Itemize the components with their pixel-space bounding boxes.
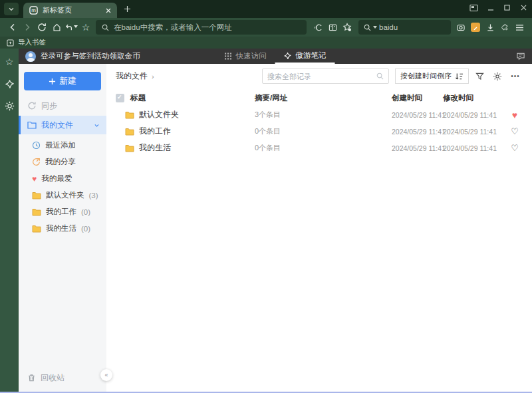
address-placeholder: 在baidu中搜索，或者输入一个网址 (114, 23, 232, 33)
sidebar-sub-list: 最近添加 我的分享 我的最爱 (19, 137, 106, 237)
row-title: 我的生活 (139, 142, 171, 154)
notes-main-panel: 我的文件 › 按创建时间倒序 (106, 64, 532, 392)
item-count: (0) (81, 225, 90, 233)
search-icon (102, 24, 109, 31)
browser-tab-new-tab-page[interactable]: m 新标签页 (23, 3, 117, 18)
breadcrumb-caret-icon: › (152, 72, 154, 80)
undo-menu-icon[interactable] (64, 19, 78, 35)
sidebar-item-my-life[interactable]: 我的生活 (0) (19, 220, 106, 237)
maxnote-icon[interactable] (468, 19, 483, 35)
trash-icon (27, 374, 36, 382)
search-engine-caret-icon (373, 26, 377, 29)
tab-quick-access-label: 快速访问 (236, 51, 267, 61)
favorites-star-icon[interactable] (78, 19, 93, 35)
browser-window: m 新标签页 (0, 0, 532, 393)
snap-layout-icon[interactable] (466, 0, 482, 15)
sidebar-collapse-button[interactable]: « (100, 369, 112, 381)
filter-funnel-icon[interactable] (472, 68, 487, 84)
heart-icon (32, 175, 37, 183)
row-summary: 3个条目 (255, 110, 392, 120)
favorite-heart-icon[interactable]: ♡ (507, 126, 523, 136)
reload-icon[interactable] (35, 19, 49, 35)
add-favorite-star-icon[interactable] (340, 19, 354, 35)
reading-mode-icon[interactable] (325, 19, 340, 35)
home-icon[interactable] (49, 19, 64, 35)
favorites-panel-icon[interactable] (3, 56, 15, 68)
item-label: 最近添加 (45, 140, 76, 150)
tab-close-icon[interactable] (106, 8, 111, 13)
clock-icon (32, 141, 41, 150)
folder-icon (32, 225, 41, 233)
item-label: 我的分享 (45, 157, 76, 167)
column-modified[interactable]: 修改时间 (443, 93, 507, 103)
maximize-icon[interactable] (499, 0, 515, 15)
menu-hamburger-icon[interactable] (512, 19, 527, 35)
main-toolbar: 我的文件 › 按创建时间倒序 (116, 68, 523, 84)
item-label: 我的生活 (46, 223, 76, 233)
row-created: 2024/05/29 11:41 (392, 128, 443, 136)
column-created[interactable]: 创建时间 (392, 93, 443, 103)
feedback-bubble-icon[interactable] (516, 49, 525, 64)
breadcrumb[interactable]: 我的文件 › (116, 70, 154, 82)
address-bar[interactable]: 在baidu中搜索，或者输入一个网址 (96, 20, 307, 35)
folder-icon (125, 128, 134, 136)
import-bookmarks-icon (7, 39, 14, 47)
column-title: 标题 (125, 93, 255, 103)
search-icon (364, 24, 371, 31)
tab-list-dropdown-button[interactable] (4, 3, 19, 15)
chevron-down-icon[interactable] (94, 122, 100, 128)
tab-title: 新标签页 (43, 5, 101, 15)
sidebar-item-my-work[interactable]: 我的工作 (0) (19, 203, 106, 220)
settings-gear-icon[interactable] (3, 100, 15, 112)
table-row-my-work[interactable]: 我的工作 0个条目 2024/05/29 11:41 2024/05/29 11… (116, 123, 523, 140)
screenshot-camera-icon[interactable] (454, 19, 468, 35)
downloads-icon[interactable] (483, 19, 497, 35)
window-controls (466, 0, 532, 15)
table-row-my-life[interactable]: 我的生活 0个条目 2024/05/29 11:41 2024/05/29 11… (116, 140, 523, 156)
sidebar-item-trash[interactable]: 回收站 (19, 369, 106, 386)
select-all-checkbox[interactable] (116, 94, 124, 102)
import-bookmarks-label[interactable]: 导入书签 (18, 38, 46, 47)
maxnote-spark-icon[interactable] (3, 78, 15, 90)
folder-icon (125, 111, 134, 119)
read-aloud-icon[interactable] (311, 19, 325, 35)
forward-icon[interactable] (20, 19, 35, 35)
tab-maxnote[interactable]: 傲游笔记 (275, 49, 335, 64)
quick-search-box[interactable]: baidu (358, 20, 451, 35)
row-title: 我的工作 (139, 126, 171, 137)
sort-order-button[interactable]: 按创建时间倒序 (395, 68, 469, 84)
sidebar-item-favorites[interactable]: 我的最爱 (19, 170, 106, 187)
more-options-button[interactable]: ••• (508, 68, 523, 84)
extensions-puzzle-icon[interactable] (497, 19, 512, 35)
minimize-icon[interactable] (482, 0, 499, 15)
browser-tab-bar: m 新标签页 (0, 0, 532, 18)
favorite-heart-icon[interactable]: ♡ (507, 143, 523, 153)
left-app-strip (0, 49, 19, 392)
table-row-default-folder[interactable]: 默认文件夹 3个条目 2024/05/29 11:41 2024/05/29 1… (116, 106, 523, 123)
bookmarks-bar: 导入书签 (0, 37, 532, 49)
back-icon[interactable] (5, 19, 20, 35)
sidebar-item-sync[interactable]: 同步 (19, 97, 106, 114)
sidebar-item-default-folder[interactable]: 默认文件夹 (3) (19, 187, 106, 203)
sidebar-item-shares[interactable]: 我的分享 (19, 154, 106, 170)
row-modified: 2024/05/29 11:41 (443, 111, 507, 119)
sidebar-item-recent[interactable]: 最近添加 (19, 137, 106, 154)
folder-icon (32, 192, 41, 199)
notes-search-field[interactable] (262, 68, 389, 84)
item-label: 我的工作 (46, 207, 76, 217)
new-tab-button[interactable] (117, 1, 137, 17)
folder-icon (32, 208, 41, 216)
favorite-heart-icon[interactable]: ♥ (507, 110, 523, 120)
breadcrumb-label: 我的文件 (116, 70, 148, 82)
login-banner[interactable]: 登录可参与签到活动领取金币 (25, 49, 140, 64)
close-window-icon[interactable] (515, 0, 532, 15)
new-note-button[interactable]: 新建 (24, 72, 101, 90)
tab-quick-access[interactable]: 快速访问 (216, 49, 275, 64)
notes-sidebar: 新建 同步 我的文件 (19, 64, 106, 392)
view-settings-gear-icon[interactable] (490, 68, 505, 84)
search-input[interactable] (267, 72, 374, 80)
trash-label: 回收站 (41, 372, 65, 384)
maxthon-logo-icon: m (29, 6, 38, 15)
item-count: (3) (89, 192, 98, 199)
sidebar-item-my-files[interactable]: 我的文件 (19, 116, 106, 134)
